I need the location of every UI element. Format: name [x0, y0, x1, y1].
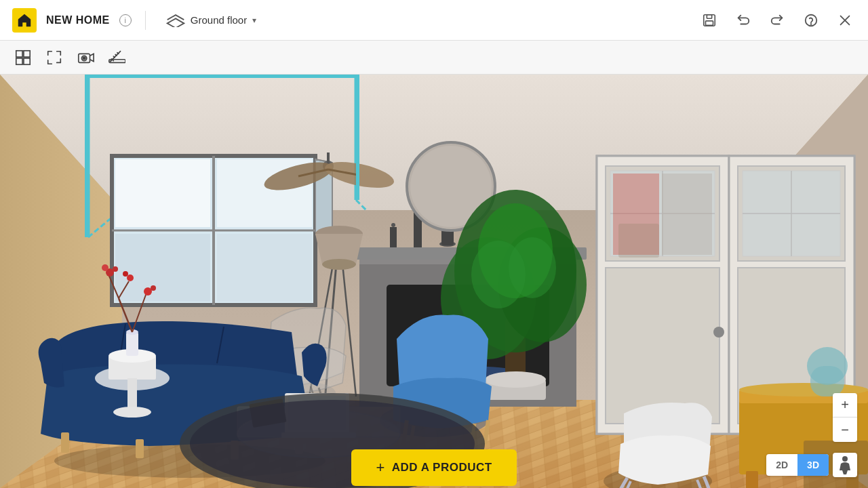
undo-button[interactable] [732, 9, 754, 31]
zoom-in-button[interactable]: + [833, 393, 857, 418]
save-button[interactable] [698, 9, 720, 31]
topbar-left: NEW HOME i Ground floor ▾ [12, 8, 263, 33]
svg-point-4 [811, 24, 812, 24]
svg-point-11 [83, 57, 85, 60]
room-scene [0, 75, 868, 488]
floor-selector[interactable]: Ground floor ▾ [159, 9, 263, 31]
svg-point-67 [391, 223, 395, 227]
svg-rect-59 [662, 174, 712, 255]
svg-rect-48 [606, 268, 719, 424]
svg-point-89 [485, 371, 546, 388]
svg-rect-112 [126, 332, 138, 356]
svg-rect-35 [217, 234, 312, 302]
selection-frame-left [85, 75, 88, 237]
selection-frame-top [85, 75, 356, 78]
add-product-icon: + [376, 459, 384, 476]
topbar-right [698, 9, 856, 31]
close-button[interactable] [834, 9, 856, 31]
svg-rect-5 [16, 50, 22, 56]
svg-rect-2 [706, 20, 713, 24]
svg-rect-66 [390, 227, 397, 247]
project-name: NEW HOME [46, 14, 110, 26]
svg-rect-12 [109, 59, 125, 62]
svg-rect-8 [24, 58, 30, 64]
grid-toggle-button[interactable] [9, 45, 37, 70]
svg-point-122 [123, 271, 128, 277]
svg-point-111 [113, 407, 151, 418]
zoom-controls: + − [833, 393, 857, 442]
svg-rect-1 [707, 14, 711, 18]
redo-button[interactable] [766, 9, 788, 31]
camera-3d-button[interactable] [72, 45, 99, 70]
svg-rect-7 [16, 58, 22, 64]
svg-point-119 [102, 264, 108, 271]
chevron-down-icon: ▾ [252, 16, 256, 25]
measure-button[interactable] [103, 45, 130, 70]
svg-point-57 [713, 327, 724, 338]
info-icon[interactable]: i [119, 14, 132, 26]
svg-point-121 [127, 274, 134, 281]
add-product-button[interactable]: + ADD A PRODUCT [351, 449, 516, 486]
secondary-toolbar [0, 41, 868, 75]
selection-frame-right [356, 75, 359, 200]
fullscreen-button[interactable] [41, 45, 68, 70]
room-svg [0, 75, 868, 488]
svg-rect-60 [618, 224, 659, 258]
main-3d-view[interactable]: + − 2D 3D + ADD A PRODUCT [0, 75, 868, 488]
bottom-toolbar: + ADD A PRODUCT [0, 447, 868, 488]
svg-rect-140 [810, 366, 844, 396]
svg-point-79 [322, 259, 356, 270]
svg-point-124 [151, 285, 156, 291]
svg-rect-6 [24, 50, 30, 56]
top-bar: NEW HOME i Ground floor ▾ [0, 0, 868, 41]
svg-rect-32 [115, 159, 210, 227]
zoom-out-button[interactable]: − [833, 418, 857, 442]
svg-rect-34 [115, 234, 210, 302]
floor-icon [166, 14, 185, 27]
add-product-label: ADD A PRODUCT [392, 461, 492, 474]
svg-point-120 [113, 266, 118, 272]
floor-label: Ground floor [191, 14, 247, 26]
help-button[interactable] [800, 9, 822, 31]
app-logo[interactable] [12, 8, 37, 33]
svg-point-86 [509, 237, 556, 298]
divider [145, 11, 146, 30]
